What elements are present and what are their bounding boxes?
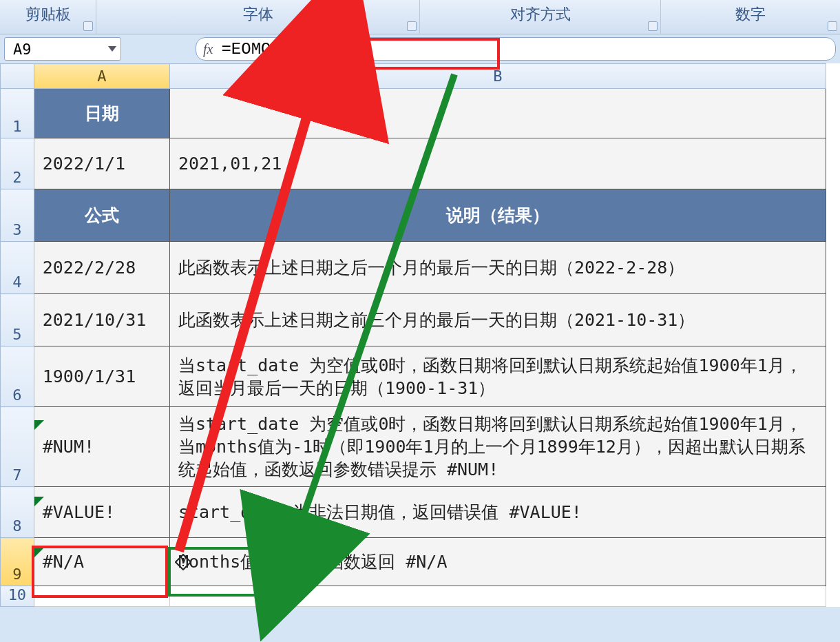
ribbon-group-number[interactable]: 数字: [661, 0, 840, 34]
table-row: 1 日期: [1, 89, 826, 138]
cell-B8[interactable]: start_date 为非法日期值，返回错误值 #VALUE!: [169, 487, 826, 538]
row-header[interactable]: 8: [1, 487, 34, 538]
formula-input-wrap: fx: [196, 37, 836, 61]
cell-A6[interactable]: 1900/1/31: [34, 346, 169, 407]
worksheet[interactable]: A B 1 日期 2 2022/1/1 2021,01,21 3 公式 说明（结…: [0, 63, 840, 607]
table-row: 5 2021/10/31 此函数表示上述日期之前三个月的最后一天的日期（2021…: [1, 294, 826, 346]
smart-tag-warning-icon[interactable]: [175, 554, 191, 570]
column-header-B[interactable]: B: [169, 64, 826, 89]
cell-B10[interactable]: [169, 586, 826, 607]
row-header[interactable]: 2: [1, 138, 34, 189]
table-row: 7 #NUM! 当start_date 为空值或0时，函数日期将回到默认日期系统…: [1, 407, 826, 487]
formula-input[interactable]: [221, 40, 828, 59]
formula-bar: A9 fx: [0, 34, 840, 63]
chevron-down-icon[interactable]: [108, 46, 116, 52]
row-header[interactable]: 10: [1, 586, 34, 607]
select-all-corner[interactable]: [1, 64, 34, 89]
row-header[interactable]: 4: [1, 242, 34, 294]
svg-rect-2: [182, 565, 184, 566]
column-header-row: A B: [1, 64, 826, 89]
table-row: 6 1900/1/31 当start_date 为空值或0时，函数日期将回到默认…: [1, 346, 826, 407]
table-row: 10: [1, 586, 826, 607]
cell-A7[interactable]: #NUM!: [34, 407, 169, 487]
cell-B4[interactable]: 此函数表示上述日期之后一个月的最后一天的日期（2022-2-28）: [169, 242, 826, 294]
ribbon-label: 剪贴板: [25, 4, 71, 25]
row-header[interactable]: 9: [1, 538, 34, 586]
ribbon-label: 数字: [735, 4, 766, 25]
cell-B6[interactable]: 当start_date 为空值或0时，函数日期将回到默认日期系统起始值1900年…: [169, 346, 826, 407]
svg-rect-1: [182, 558, 184, 563]
table-row: 8 #VALUE! start_date 为非法日期值，返回错误值 #VALUE…: [1, 487, 826, 538]
row-header[interactable]: 5: [1, 294, 34, 346]
dialog-launcher-icon[interactable]: [648, 21, 658, 31]
table-row: 2 2022/1/1 2021,01,21: [1, 138, 826, 189]
name-box-value: A9: [13, 41, 32, 58]
ribbon-group-clipboard[interactable]: 剪贴板: [0, 0, 96, 34]
ribbon-label: 字体: [243, 4, 273, 25]
cell-B9[interactable]: Months值为空值，函数返回 #N/A: [169, 538, 826, 586]
table-row: 3 公式 说明（结果）: [1, 189, 826, 242]
ribbon-group-alignment[interactable]: 对齐方式: [420, 0, 661, 34]
grid-table[interactable]: A B 1 日期 2 2022/1/1 2021,01,21 3 公式 说明（结…: [0, 63, 826, 607]
column-header-A[interactable]: A: [34, 64, 169, 89]
error-indicator-icon: [34, 548, 44, 557]
table-row: 9 #N/A Months值为空值，函数返回 #N/A: [1, 538, 826, 586]
cell-B1[interactable]: [169, 89, 826, 138]
row-header[interactable]: 7: [1, 407, 34, 487]
table-row: 4 2022/2/28 此函数表示上述日期之后一个月的最后一天的日期（2022-…: [1, 242, 826, 294]
cell-A2[interactable]: 2022/1/1: [34, 138, 169, 189]
error-indicator-icon: [34, 420, 44, 430]
cell-A9[interactable]: #N/A: [34, 538, 169, 586]
row-header[interactable]: 1: [1, 89, 34, 138]
dialog-launcher-icon[interactable]: [828, 21, 837, 31]
cell-A10[interactable]: [34, 586, 169, 607]
cell-A3[interactable]: 公式: [34, 189, 169, 242]
ribbon-group-font[interactable]: 字体: [96, 0, 420, 34]
error-indicator-icon: [34, 497, 44, 506]
cell-B2[interactable]: 2021,01,21: [169, 138, 826, 189]
cell-B3[interactable]: 说明（结果）: [169, 189, 826, 242]
ribbon-groups: 剪贴板 字体 对齐方式 数字: [0, 0, 840, 34]
fx-icon[interactable]: fx: [203, 41, 213, 57]
cell-A8[interactable]: #VALUE!: [34, 487, 169, 538]
name-box[interactable]: A9: [4, 37, 121, 61]
cell-B5[interactable]: 此函数表示上述日期之前三个月的最后一天的日期（2021-10-31）: [169, 294, 826, 346]
cell-A1[interactable]: 日期: [34, 89, 169, 138]
dialog-launcher-icon[interactable]: [83, 21, 93, 31]
cell-A4[interactable]: 2022/2/28: [34, 242, 169, 294]
dialog-launcher-icon[interactable]: [407, 21, 417, 31]
row-header[interactable]: 6: [1, 346, 34, 407]
ribbon-label: 对齐方式: [510, 4, 571, 25]
cell-B7[interactable]: 当start_date 为空值或0时，函数日期将回到默认日期系统起始值1900年…: [169, 407, 826, 487]
row-header[interactable]: 3: [1, 189, 34, 242]
cell-A5[interactable]: 2021/10/31: [34, 294, 169, 346]
